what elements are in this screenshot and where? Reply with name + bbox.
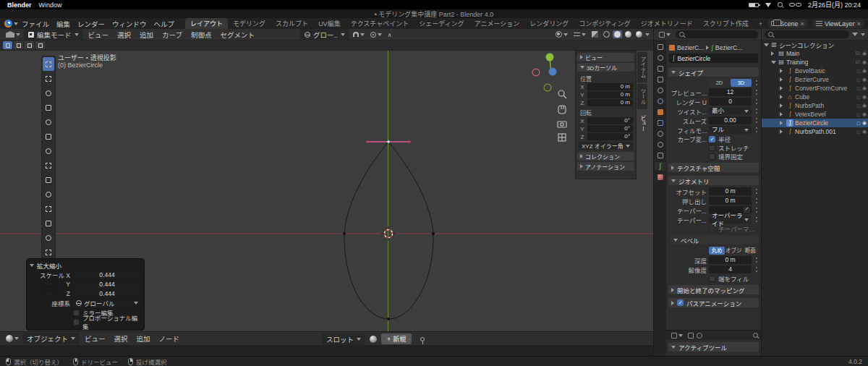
tool-cursor[interactable] bbox=[43, 86, 54, 100]
proportional-editing-toggle[interactable] bbox=[368, 32, 384, 38]
section-start-end-mapping[interactable]: 開始と終了のマッピング bbox=[668, 285, 759, 294]
shading-options-caret-icon[interactable] bbox=[645, 33, 650, 36]
outliner-row-nurbspath001[interactable]: NurbsPath.001 bbox=[762, 127, 868, 136]
extrude-field[interactable]: 0 m bbox=[709, 197, 752, 205]
decorate-icon[interactable] bbox=[754, 98, 760, 106]
taper-mode-dropdown[interactable]: オーバーライド bbox=[709, 216, 752, 224]
npanel-section-view[interactable]: ビュー bbox=[577, 53, 634, 61]
viewport-visibility-icon[interactable] bbox=[857, 69, 860, 74]
handle-endpoint-left[interactable] bbox=[366, 140, 369, 143]
viewport-menu-controlpoints[interactable]: 制御点 bbox=[187, 30, 216, 40]
tool-move[interactable] bbox=[43, 101, 54, 114]
shading-solid-button[interactable] bbox=[613, 30, 622, 38]
offset-field[interactable]: 0 m bbox=[709, 187, 752, 195]
section-path-animation[interactable]: パスアニメーション bbox=[668, 298, 759, 307]
macos-app-name[interactable]: Blender bbox=[7, 1, 32, 9]
eyedropper-icon[interactable] bbox=[744, 207, 750, 213]
handle-endpoint-right[interactable] bbox=[408, 140, 411, 143]
properties-tab-viewlayer[interactable] bbox=[655, 75, 665, 84]
menu-help[interactable]: ヘルプ bbox=[150, 19, 179, 29]
workspace-add-button[interactable]: + bbox=[754, 18, 767, 29]
tool-select-box[interactable] bbox=[43, 72, 54, 85]
workspace-tab-modeling[interactable]: モデリング bbox=[228, 18, 271, 29]
proportional-editing-checkbox[interactable]: プロポーショナル編集 bbox=[73, 313, 141, 331]
mode-dropdown[interactable]: 編集モード bbox=[24, 29, 83, 41]
npanel-section-annotations[interactable]: アノテーション bbox=[577, 162, 634, 171]
outliner-row-beziercircle-selected[interactable]: BezierCircle bbox=[762, 119, 868, 127]
macos-menu-window[interactable]: Window bbox=[39, 1, 62, 9]
bezier-curve-object[interactable] bbox=[344, 142, 433, 319]
shape-2d-button[interactable]: 2D bbox=[709, 79, 730, 87]
npanel-section-collections[interactable]: コレクション bbox=[577, 152, 634, 161]
bevel-resolution-field[interactable]: 4 bbox=[709, 265, 752, 273]
decorate-icon[interactable] bbox=[754, 88, 760, 96]
scale-y-field[interactable]: 0.444 bbox=[73, 281, 141, 289]
tool-tilt[interactable] bbox=[43, 245, 54, 259]
viewport-menu-view[interactable]: ビュー bbox=[85, 30, 113, 40]
rotation-order-dropdown[interactable]: XYZ オイラー角 bbox=[579, 142, 633, 150]
npanel-section-3d-cursor[interactable]: 3Dカーソル bbox=[577, 63, 634, 72]
menu-file[interactable]: ファイル bbox=[18, 19, 53, 29]
workspace-tab-compositing[interactable]: コンポジティング bbox=[574, 18, 635, 29]
viewport-menu-curve[interactable]: カーブ bbox=[158, 30, 186, 40]
viewlayer-selector[interactable]: ViewLayer bbox=[813, 20, 864, 28]
select-mode-invert-button[interactable] bbox=[35, 41, 45, 49]
zoom-view-icon[interactable] bbox=[558, 90, 566, 98]
menu-window[interactable]: ウィンドウ bbox=[109, 19, 150, 29]
menu-render[interactable]: レンダー bbox=[74, 19, 109, 29]
cursor-rotation-y-field[interactable]: 0° bbox=[587, 125, 633, 132]
select-mode-new-button[interactable] bbox=[3, 41, 12, 49]
workspace-tab-scripting[interactable]: スクリプト作成 bbox=[698, 18, 754, 29]
workspace-tab-rendering[interactable]: レンダリング bbox=[524, 18, 574, 29]
tool-scale[interactable] bbox=[43, 129, 54, 143]
decorate-icon[interactable] bbox=[754, 197, 760, 205]
viewport-visibility-icon[interactable] bbox=[857, 129, 860, 135]
shader-menu-view[interactable]: ビュー bbox=[81, 333, 109, 344]
datablock-name-field[interactable]: BezierCircle bbox=[669, 54, 758, 63]
viewport-visibility-icon[interactable] bbox=[857, 112, 860, 117]
pan-view-icon[interactable] bbox=[558, 106, 566, 114]
control-point-bottom[interactable] bbox=[387, 318, 390, 320]
render-visibility-icon[interactable] bbox=[862, 120, 867, 126]
decorate-icon[interactable] bbox=[754, 216, 760, 224]
transform-orientation-dropdown[interactable]: グロー.. bbox=[300, 29, 349, 41]
decorate-icon[interactable] bbox=[754, 107, 760, 115]
properties-tab-scene[interactable] bbox=[655, 86, 665, 95]
npanel-tab-view[interactable]: ビュー bbox=[637, 111, 647, 136]
properties-tab-object-data[interactable] bbox=[655, 162, 665, 171]
viewlayer-remove-icon[interactable] bbox=[857, 20, 861, 27]
select-mode-subtract-button[interactable] bbox=[25, 41, 34, 49]
control-point-left[interactable] bbox=[343, 232, 346, 235]
viewport-menu-segments[interactable]: セグメント bbox=[217, 30, 259, 40]
breadcrumb-object[interactable]: BezierC... bbox=[677, 44, 704, 51]
properties-editor-type-dropdown[interactable] bbox=[657, 32, 673, 38]
tool-radius[interactable] bbox=[43, 231, 54, 244]
map-taper-checkbox[interactable]: テーパーマ... bbox=[709, 224, 760, 233]
tool-tab-icon[interactable] bbox=[688, 333, 694, 339]
camera-view-icon[interactable] bbox=[558, 122, 566, 127]
workspace-tab-uv[interactable]: UV編集 bbox=[313, 18, 346, 29]
bevel-depth-field[interactable]: 0 m bbox=[709, 256, 752, 264]
render-visibility-icon[interactable] bbox=[862, 94, 867, 100]
outliner-row-bevelbasic[interactable]: BevelBasic bbox=[762, 67, 868, 75]
camera-visibility-icon[interactable] bbox=[862, 59, 867, 65]
bevel-round-button[interactable]: 丸め bbox=[709, 247, 725, 255]
viewport-visibility-icon[interactable] bbox=[857, 121, 860, 126]
tool-rotate[interactable] bbox=[43, 115, 54, 129]
render-visibility-icon[interactable] bbox=[862, 85, 867, 91]
twist-smooth-field[interactable]: 0.00 bbox=[709, 116, 752, 124]
exclude-checkbox-icon[interactable] bbox=[856, 51, 860, 56]
scene-unlink-icon[interactable] bbox=[801, 20, 804, 27]
shader-menu-select[interactable]: 選択 bbox=[111, 333, 132, 344]
shader-menu-add[interactable]: 追加 bbox=[133, 333, 154, 344]
workspace-tab-shading[interactable]: シェーディング bbox=[414, 18, 469, 29]
viewport-visibility-icon[interactable] bbox=[857, 95, 860, 100]
fill-caps-checkbox[interactable]: 端をフィル bbox=[709, 274, 760, 283]
control-center-icon[interactable] bbox=[789, 3, 801, 7]
render-visibility-icon[interactable] bbox=[862, 129, 867, 135]
tool-draw[interactable] bbox=[43, 187, 54, 201]
twist-method-dropdown[interactable]: 最小 bbox=[709, 107, 752, 115]
operator-panel-header[interactable]: 拡大縮小 bbox=[30, 260, 141, 270]
snap-toggle[interactable] bbox=[351, 32, 367, 37]
show-overlays-toggle[interactable] bbox=[571, 31, 588, 38]
